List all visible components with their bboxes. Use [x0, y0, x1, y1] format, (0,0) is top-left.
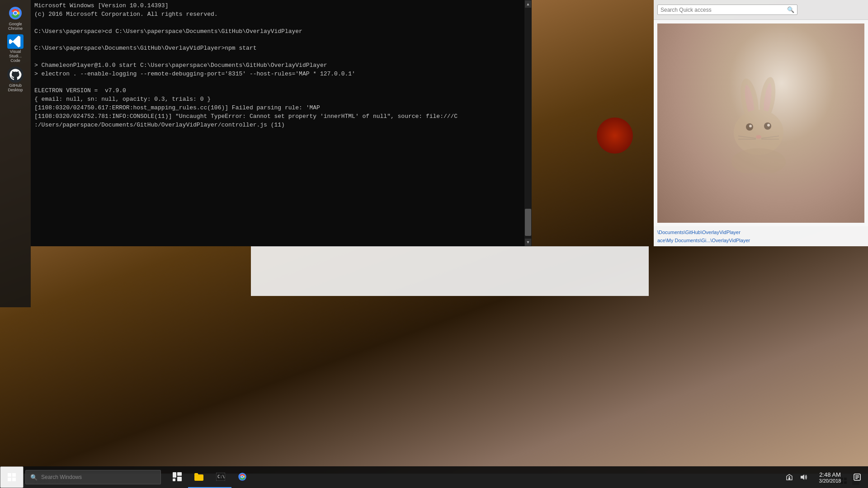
taskbar: 🔍 Search Windows C:\>	[0, 466, 868, 488]
red-orb-decoration	[597, 117, 633, 154]
explorer-paths: \Documents\GitHub\OverlayVidPlayer ace\M…	[654, 226, 868, 246]
svg-rect-28	[8, 473, 11, 477]
cmd-line-5	[34, 36, 528, 44]
path-entry-1[interactable]: \Documents\GitHub\OverlayVidPlayer	[654, 228, 868, 236]
sidebar-item-chrome[interactable]: Google Chrome	[4, 4, 27, 33]
svg-point-14	[756, 135, 761, 139]
scroll-up[interactable]: ▲	[525, 0, 531, 8]
search-box[interactable]: 🔍	[657, 5, 797, 15]
taskbar-search-icon: 🔍	[30, 474, 38, 481]
explorer-image-area	[657, 23, 864, 223]
svg-rect-29	[12, 473, 16, 477]
cmd-line-7	[34, 53, 528, 61]
svg-rect-31	[12, 478, 16, 481]
svg-rect-41	[788, 478, 790, 480]
explorer-toolbar: 🔍	[654, 0, 868, 20]
svg-point-12	[749, 125, 752, 127]
search-input[interactable]	[660, 7, 787, 13]
path-entry-2[interactable]: ace\My Documents\Gi...\OverlayVidPlayer	[654, 236, 868, 244]
cmd-line-12: { email: null, sn: null, opacity: 0.3, t…	[34, 95, 528, 104]
explorer-content	[654, 20, 868, 226]
taskbar-file-explorer[interactable]	[188, 466, 210, 488]
clock-time: 2:48 AM	[819, 471, 841, 478]
scroll-thumb[interactable]	[525, 209, 531, 236]
action-center-button[interactable]	[850, 466, 864, 488]
cmd-window: Microsoft Windows [Version 10.0.14393] (…	[31, 0, 532, 246]
taskbar-search[interactable]: 🔍 Search Windows	[25, 470, 161, 484]
cmd-line-15: :/Users/paperspace/Documents/GitHub/Over…	[34, 121, 528, 130]
rabbit-silhouette	[716, 74, 806, 173]
taskbar-clock[interactable]: 2:48 AM 3/20/2018	[812, 471, 848, 483]
svg-rect-30	[8, 478, 11, 481]
search-button[interactable]: 🔍	[787, 6, 794, 13]
svg-rect-34	[173, 479, 175, 481]
cmd-line-2: (c) 2016 Microsoft Corporation. All righ…	[34, 10, 528, 19]
cmd-line-13: [1108:0320/024750.617:ERROR:host_mapping…	[34, 104, 528, 113]
start-button[interactable]	[0, 466, 24, 488]
svg-point-19	[731, 148, 786, 173]
cmd-line-6: C:\Users\paperspace\Documents\GitHub\Ove…	[34, 44, 528, 53]
cmd-line-3	[34, 19, 528, 28]
taskbar-search-placeholder: Search Windows	[41, 474, 82, 480]
svg-rect-32	[173, 472, 176, 478]
svg-point-42	[789, 476, 790, 478]
svg-point-4	[14, 12, 17, 15]
github-label: GitHub Desktop	[4, 84, 27, 93]
cmd-content: Microsoft Windows [Version 10.0.14393] (…	[31, 0, 532, 246]
cmd-line-14: [1108:0320/024752.781:INFO:CONSOLE(11)] …	[34, 113, 528, 121]
vscode-label: Visual Studi...Code	[4, 50, 27, 63]
cmd-line-8: > ChameleonPlayer@1.0.0 start C:\Users\p…	[34, 61, 528, 70]
taskbar-task-view[interactable]	[166, 466, 188, 488]
svg-point-13	[767, 124, 770, 127]
scroll-track[interactable]	[524, 8, 532, 238]
clock-date: 3/20/2018	[819, 478, 841, 483]
systray-volume[interactable]	[797, 466, 810, 488]
taskbar-systray: 2:48 AM 3/20/2018	[783, 466, 868, 488]
systray-network[interactable]	[783, 466, 796, 488]
taskbar-chrome[interactable]	[231, 466, 253, 488]
cmd-line-4: C:\Users\paperspace>cd C:\Users\paperspa…	[34, 28, 528, 36]
cmd-line-1: Microsoft Windows [Version 10.0.14393]	[34, 2, 528, 10]
sidebar-item-github[interactable]: GitHub Desktop	[4, 65, 27, 94]
explorer-panel: 🔍	[654, 0, 868, 246]
taskbar-cmd[interactable]: C:\>	[210, 466, 231, 488]
sidebar: Google Chrome Visual Studi...Code GitHub…	[0, 0, 31, 307]
sidebar-item-vscode[interactable]: Visual Studi...Code	[4, 34, 27, 63]
svg-text:C:\>: C:\>	[217, 474, 225, 479]
cmd-line-11: ELECTRON VERSION = v7.9.0	[34, 87, 528, 95]
explorer-bottom-panel	[251, 246, 649, 296]
svg-rect-33	[177, 472, 182, 476]
cmd-scrollbar[interactable]: ▲ ▼	[524, 0, 532, 246]
scroll-down[interactable]: ▼	[525, 239, 531, 246]
cmd-line-9: > electron . --enable-logging --remote-d…	[34, 70, 528, 79]
svg-rect-35	[177, 477, 182, 481]
cmd-line-10	[34, 79, 528, 87]
svg-point-40	[241, 476, 243, 478]
chrome-label: Google Chrome	[4, 22, 27, 31]
